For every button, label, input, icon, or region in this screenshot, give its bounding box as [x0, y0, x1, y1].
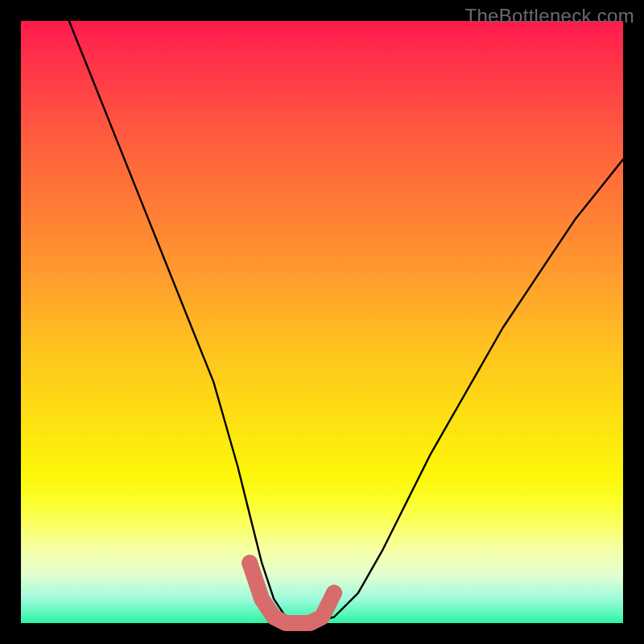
- chart-frame: TheBottleneck.com: [0, 0, 644, 644]
- watermark-text: TheBottleneck.com: [464, 5, 634, 27]
- plot-area: [21, 21, 623, 623]
- optimal-endpoint-dot: [242, 555, 258, 571]
- optimal-endpoint-dot: [326, 585, 342, 601]
- chart-svg: [21, 21, 623, 623]
- bottleneck-curve: [69, 21, 623, 623]
- optimal-region-curve: [250, 563, 334, 623]
